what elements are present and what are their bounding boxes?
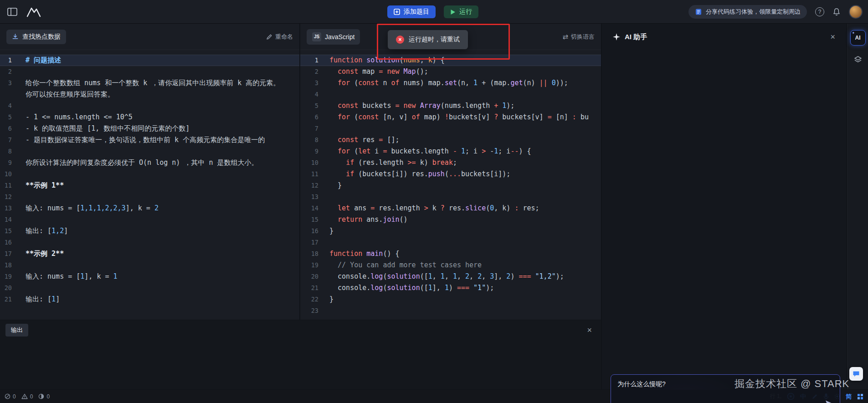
editor-line[interactable]: 21 console.log(solution([1], 1) === "1")… [300, 282, 601, 294]
editor-line[interactable]: 13 [300, 191, 601, 203]
line-content[interactable]: 给你一个整数数组 nums 和一个整数 k ，请你返回其中出现频率前 k 高的元… [26, 77, 299, 100]
editor-line[interactable]: 5- 1 <= nums.length <= 10^5 [0, 112, 299, 123]
editor-line[interactable]: 1function solution(nums, k) { [300, 55, 601, 66]
editor-line[interactable]: 4 [300, 89, 601, 100]
errors-indicator[interactable]: 0 [5, 393, 16, 400]
sidebar-toggle-icon[interactable] [7, 8, 17, 16]
editor-line[interactable]: 2 const map = new Map(); [300, 66, 601, 77]
line-content[interactable]: function solution(nums, k) { [329, 55, 601, 66]
editor-line[interactable]: 12 [0, 191, 299, 203]
editor-line[interactable]: 20 [0, 282, 299, 294]
line-content[interactable]: - 题目数据保证答案唯一，换句话说，数组中前 k 个高频元素的集合是唯一的 [26, 134, 299, 146]
promo-banner[interactable]: 分享代码练习体验，领限量定制周边 [688, 5, 807, 19]
line-content[interactable]: if (buckets[i]) res.push(...buckets[i]); [329, 168, 601, 180]
line-content[interactable]: - k 的取值范围是 [1, 数组中不相同的元素的个数] [26, 123, 299, 134]
editor-line[interactable]: 7- 题目数据保证答案唯一，换句话说，数组中前 k 个高频元素的集合是唯一的 [0, 134, 299, 146]
line-content[interactable]: console.log(solution([1, 1, 1, 2, 2, 3],… [329, 271, 601, 282]
editor-line[interactable]: 18 [0, 260, 299, 271]
ime-grid-icon[interactable] [857, 393, 863, 400]
line-content[interactable]: for (let i = buckets.length - 1; i > -1;… [329, 146, 601, 157]
line-content[interactable]: 输出: [1] [26, 294, 299, 305]
editor-line[interactable]: 16} [300, 225, 601, 237]
editor-line[interactable]: 14 [0, 214, 299, 225]
add-problem-button[interactable]: 添加题目 [387, 5, 436, 18]
hints-indicator[interactable]: 0 [38, 393, 50, 400]
editor-line[interactable]: 17 [300, 237, 601, 248]
line-content[interactable]: **示例 2** [26, 248, 299, 260]
editor-line[interactable]: 11**示例 1** [0, 180, 299, 191]
avatar[interactable] [849, 5, 863, 19]
problem-editor[interactable]: 1# 问题描述23给你一个整数数组 nums 和一个整数 k ，请你返回其中出现… [0, 50, 299, 305]
switch-language-button[interactable]: ⇄ 切换语言 [562, 33, 595, 41]
editor-line[interactable]: 9你所设计算法的时间复杂度必须优于 O(n log n) ，其中 n 是数组大小… [0, 157, 299, 168]
line-content[interactable]: const map = new Map(); [329, 66, 601, 77]
editor-line[interactable]: 2 [0, 66, 299, 77]
editor-line[interactable]: 23 [300, 305, 601, 316]
line-content[interactable]: } [329, 294, 601, 305]
dock-tool-icon[interactable] [850, 52, 866, 67]
line-content[interactable]: const res = []; [329, 134, 601, 146]
line-content[interactable]: if (res.length >= k) break; [329, 157, 601, 168]
code-editor[interactable]: 1function solution(nums, k) {2 const map… [300, 50, 601, 316]
problem-title-chip[interactable]: 查找热点数据 [6, 30, 66, 44]
editor-line[interactable]: 3 for (const n of nums) map.set(n, 1 + (… [300, 77, 601, 89]
editor-line[interactable]: 12 } [300, 180, 601, 191]
editor-line[interactable]: 9 for (let i = buckets.length - 1; i > -… [300, 146, 601, 157]
line-content[interactable]: **示例 1** [26, 180, 299, 191]
run-button[interactable]: 运行 [444, 5, 478, 18]
chat-widget-button[interactable] [849, 367, 863, 381]
line-content[interactable]: function main() { [329, 248, 601, 260]
editor-line[interactable]: 19 // You can add more test cases here [300, 260, 601, 271]
editor-line[interactable]: 18function main() { [300, 248, 601, 260]
editor-line[interactable]: 16 [0, 237, 299, 248]
language-chip[interactable]: JS JavaScript [307, 29, 360, 45]
editor-line[interactable]: 21输出: [1] [0, 294, 299, 305]
app-logo-icon[interactable] [26, 5, 42, 18]
line-content[interactable]: } [329, 180, 601, 191]
warnings-indicator[interactable]: 0 [21, 393, 33, 400]
output-tab[interactable]: 输出 [5, 324, 28, 337]
line-content[interactable]: for (const n of nums) map.set(n, 1 + (ma… [329, 77, 601, 89]
line-content[interactable]: return ans.join() [329, 214, 601, 225]
line-content[interactable]: } [329, 225, 601, 237]
line-content[interactable]: 输入: nums = [1], k = 1 [26, 271, 299, 282]
line-content[interactable]: 输入: nums = [1,1,1,2,2,3], k = 2 [26, 203, 299, 214]
bell-icon[interactable] [832, 8, 841, 16]
editor-line[interactable]: 1# 问题描述 [0, 55, 299, 66]
editor-line[interactable]: 11 if (buckets[i]) res.push(...buckets[i… [300, 168, 601, 180]
line-content[interactable]: console.log(solution([1], 1) === "1"); [329, 282, 601, 294]
output-close-icon[interactable]: × [587, 326, 592, 334]
editor-line[interactable]: 8 const res = []; [300, 134, 601, 146]
line-content[interactable]: const buckets = new Array(nums.length + … [329, 100, 601, 112]
line-content[interactable]: // You can add more test cases here [329, 260, 601, 271]
editor-line[interactable]: 5 const buckets = new Array(nums.length … [300, 100, 601, 112]
editor-line[interactable]: 10 [0, 168, 299, 180]
editor-line[interactable]: 13输入: nums = [1,1,1,2,2,3], k = 2 [0, 203, 299, 214]
line-content[interactable]: 输出: [1,2] [26, 225, 299, 237]
editor-line[interactable]: 8 [0, 146, 299, 157]
editor-line[interactable]: 15 return ans.join() [300, 214, 601, 225]
ai-dock-button[interactable]: ✦ AI [850, 30, 866, 46]
editor-line[interactable]: 20 console.log(solution([1, 1, 1, 2, 2, … [300, 271, 601, 282]
editor-line[interactable]: 6- k 的取值范围是 [1, 数组中不相同的元素的个数] [0, 123, 299, 134]
editor-line[interactable]: 3给你一个整数数组 nums 和一个整数 k ，请你返回其中出现频率前 k 高的… [0, 77, 299, 100]
editor-line[interactable]: 15输出: [1,2] [0, 225, 299, 237]
line-content[interactable]: let ans = res.length > k ? res.slice(0, … [329, 203, 601, 214]
ime-simplified-indicator[interactable]: 简 [846, 393, 852, 401]
send-icon[interactable] [825, 400, 833, 403]
editor-line[interactable]: 17**示例 2** [0, 248, 299, 260]
editor-line[interactable]: 6 for (const [n, v] of map) !buckets[v] … [300, 112, 601, 123]
ai-close-icon[interactable]: × [830, 33, 835, 41]
rename-button[interactable]: 重命名 [266, 33, 293, 41]
editor-line[interactable]: 4 [0, 100, 299, 112]
editor-line[interactable]: 22} [300, 294, 601, 305]
editor-line[interactable]: 7 [300, 123, 601, 134]
line-content[interactable]: for (const [n, v] of map) !buckets[v] ? … [329, 112, 601, 123]
editor-line[interactable]: 19输入: nums = [1], k = 1 [0, 271, 299, 282]
line-content[interactable]: # 问题描述 [26, 55, 299, 66]
editor-line[interactable]: 10 if (res.length >= k) break; [300, 157, 601, 168]
editor-line[interactable]: 14 let ans = res.length > k ? res.slice(… [300, 203, 601, 214]
help-icon[interactable]: ? [815, 7, 824, 16]
line-content[interactable]: 你所设计算法的时间复杂度必须优于 O(n log n) ，其中 n 是数组大小。 [26, 157, 299, 168]
line-content[interactable]: - 1 <= nums.length <= 10^5 [26, 112, 299, 123]
